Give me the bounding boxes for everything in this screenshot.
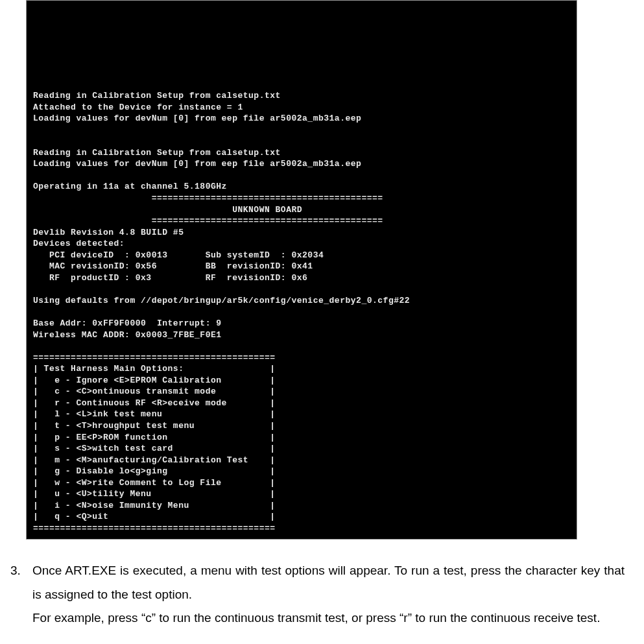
term-line: Reading in Calibration Setup from calset… [33, 148, 281, 158]
step-number: 3. [6, 559, 32, 629]
term-menu-item-m[interactable]: | m - <M>anufacturing/Calibration Test | [33, 455, 276, 465]
term-menu-item-s[interactable]: | s - <S>witch test card | [33, 444, 276, 453]
term-line: Devices detected: [33, 239, 125, 248]
term-line: Attached to the Device for instance = 1 [33, 102, 243, 112]
step-body: Once ART.EXE is executed, a menu with te… [32, 559, 625, 629]
term-separator: ========================================… [33, 193, 383, 203]
term-device-row: RF productID : 0x3 RF revisionID: 0x6 [33, 273, 307, 283]
term-menu-item-e[interactable]: | e - Ignore <E>EPROM Calibration | [33, 376, 276, 385]
term-line: Loading values for devNum [0] from eep f… [33, 159, 361, 169]
term-menu-item-i[interactable]: | i - <N>oise Immunity Menu | [33, 501, 276, 510]
step-text-1: Once ART.EXE is executed, a menu with te… [32, 564, 625, 601]
term-board-label: UNKNOWN BOARD [33, 205, 302, 215]
term-line: Reading in Calibration Setup from calset… [33, 91, 281, 101]
term-device-row: PCI deviceID : 0x0013 Sub systemID : 0x2… [33, 250, 324, 260]
term-line: Base Addr: 0xFF9F0000 Interrupt: 9 [33, 318, 222, 328]
term-menu-item-c[interactable]: | c - <C>ontinuous transmit mode | [33, 387, 276, 396]
term-menu-title: | Test Harness Main Options: | [33, 364, 276, 374]
term-menu-item-l[interactable]: | l - <L>ink test menu | [33, 409, 276, 419]
term-line: Wireless MAC ADDR: 0x0003_7FBE_F0E1 [33, 330, 222, 340]
term-separator: ========================================… [33, 216, 383, 226]
step-text-2: For example, press “c” to run the contin… [32, 611, 600, 625]
term-menu-item-r[interactable]: | r - Continuous RF <R>eceive mode | [33, 398, 276, 408]
term-line: Using defaults from //depot/bringup/ar5k… [33, 296, 410, 305]
term-menu-item-g[interactable]: | g - Disable lo<g>ging | [33, 466, 276, 476]
term-menu-item-q[interactable]: | q - <Q>uit | [33, 512, 276, 521]
term-menu-sep: ========================================… [33, 353, 276, 363]
instruction-step-3: 3. Once ART.EXE is executed, a menu with… [6, 559, 625, 629]
term-menu-sep: ========================================… [33, 523, 276, 533]
term-menu-item-t[interactable]: | t - <T>hroughput test menu | [33, 421, 276, 431]
term-line: Devlib Revision 4.8 BUILD #5 [33, 228, 184, 237]
term-menu-item-p[interactable]: | p - EE<P>ROM function | [33, 433, 276, 442]
terminal-top-spacer [33, 18, 570, 79]
document-page: Reading in Calibration Setup from calset… [0, 0, 644, 644]
terminal-screenshot: Reading in Calibration Setup from calset… [26, 0, 577, 540]
term-menu-item-u[interactable]: | u - <U>tility Menu | [33, 489, 276, 499]
terminal-content: Reading in Calibration Setup from calset… [27, 1, 577, 539]
term-line: Loading values for devNum [0] from eep f… [33, 113, 361, 123]
term-device-row: MAC revisionID: 0x56 BB revisionID: 0x41 [33, 261, 313, 271]
term-line: Operating in 11a at channel 5.180GHz [33, 182, 227, 191]
term-menu-item-w[interactable]: | w - <W>rite Comment to Log File | [33, 478, 276, 488]
